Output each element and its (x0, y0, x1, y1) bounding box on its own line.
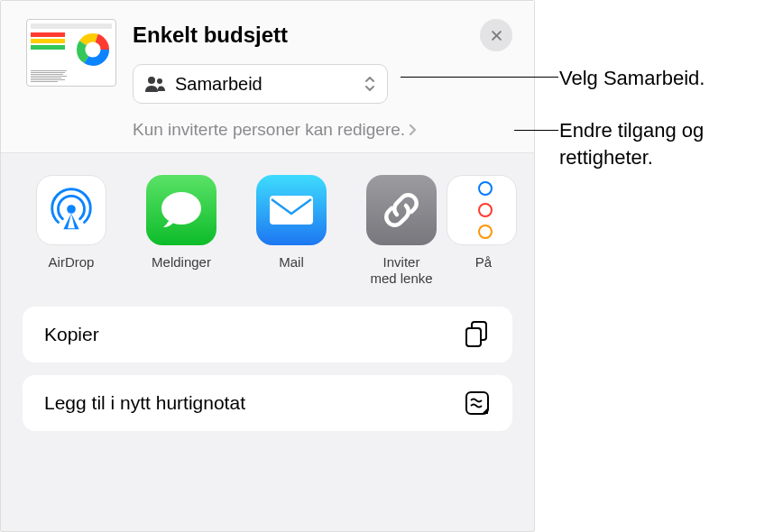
permissions-text: Kun inviterte personer kan redigere. (133, 120, 405, 140)
svg-rect-10 (466, 328, 481, 346)
quicknote-icon (464, 390, 491, 417)
share-targets-row: AirDrop Meldinger Mail (1, 153, 534, 307)
action-label: Legg til i nytt hurtignotat (44, 392, 245, 414)
share-label: Meldinger (152, 254, 211, 271)
mail-icon (256, 175, 327, 245)
callout-line (401, 77, 558, 78)
svg-point-6 (67, 205, 76, 214)
copy-icon (464, 320, 491, 349)
quicknote-action[interactable]: Legg til i nytt hurtignotat (23, 375, 512, 431)
share-sheet: Enkelt budsjett Samarbeid (0, 0, 535, 532)
share-target-invite-link[interactable]: Inviter med lenke (356, 175, 447, 287)
share-target-mail[interactable]: Mail (246, 175, 336, 287)
share-target-reminders[interactable]: På (466, 175, 497, 287)
copy-action[interactable]: Kopier (23, 307, 512, 362)
reminders-icon (447, 175, 517, 245)
share-label: Mail (279, 254, 304, 271)
link-icon (366, 175, 437, 245)
actions-list: Kopier Legg til i nytt hurtignotat (1, 307, 534, 431)
collaboration-mode-label: Samarbeid (175, 74, 355, 95)
people-icon (144, 76, 166, 92)
collaboration-mode-dropdown[interactable]: Samarbeid (133, 64, 388, 104)
share-target-messages[interactable]: Meldinger (136, 175, 226, 287)
svg-point-4 (148, 77, 155, 84)
svg-rect-11 (466, 392, 488, 414)
close-icon (490, 29, 503, 42)
airdrop-icon (36, 175, 106, 245)
title-row: Enkelt budsjett (133, 19, 512, 51)
svg-point-7 (161, 192, 201, 225)
svg-rect-8 (270, 196, 313, 225)
chevron-up-down-icon (364, 75, 376, 93)
pie-chart-icon (76, 32, 110, 67)
messages-icon (146, 175, 216, 245)
chevron-right-icon (409, 123, 418, 137)
share-target-airdrop[interactable]: AirDrop (26, 175, 116, 287)
action-label: Kopier (44, 324, 99, 345)
permissions-row[interactable]: Kun inviterte personer kan redigere. (133, 120, 512, 140)
document-title: Enkelt budsjett (133, 23, 288, 48)
callout-permissions: Endre tilgang og rettigheter. (559, 117, 783, 170)
document-thumbnail (26, 19, 116, 87)
callout-line (514, 130, 558, 131)
svg-point-5 (157, 78, 162, 84)
header-content: Enkelt budsjett Samarbeid (133, 19, 512, 140)
share-label: På (472, 254, 492, 271)
share-label: Inviter med lenke (370, 254, 432, 287)
share-label: AirDrop (49, 254, 95, 271)
close-button[interactable] (480, 19, 512, 51)
callout-collaboration: Velg Samarbeid. (559, 65, 705, 92)
